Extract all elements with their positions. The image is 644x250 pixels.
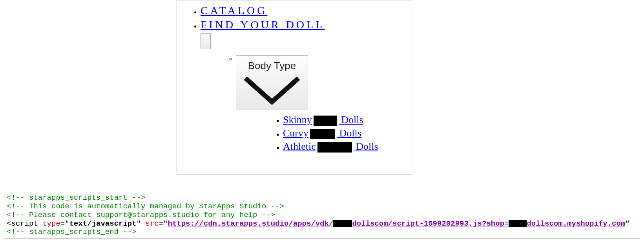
link-text-post: Dolls xyxy=(337,127,361,139)
link-text-pre: Curvy xyxy=(283,127,308,139)
list-item: Athletic Dolls xyxy=(283,141,412,153)
redacted-text xyxy=(333,220,352,227)
code-quote: " xyxy=(625,219,629,228)
body-type-link-curvy[interactable]: Curvy Dolls xyxy=(283,127,361,139)
nav-list-level2: Body Type Skinny Dolls xyxy=(201,55,412,153)
nav-link-catalog[interactable]: CATALOG xyxy=(201,4,267,17)
code-attr: src xyxy=(145,219,159,228)
body-type-dropdown-button[interactable]: Body Type xyxy=(236,55,308,110)
body-type-link-skinny[interactable]: Skinny Dolls xyxy=(283,114,363,125)
code-comment: <!-- Please contact support@starapps.stu… xyxy=(7,211,275,219)
code-url-part: https://cdn.starapps.studio/apps/vdk/ xyxy=(168,219,334,228)
body-type-label: Body Type xyxy=(248,60,296,72)
code-url-link[interactable]: https://cdn.starapps.studio/apps/vdk/dol… xyxy=(168,219,626,228)
code-value: text/javascript xyxy=(69,219,137,228)
code-url-part: dollscom.myshopify.com xyxy=(527,219,625,228)
submenu-toggle-button[interactable] xyxy=(201,33,211,49)
code-line: <script type="text/javascript" src="http… xyxy=(7,220,637,228)
nav-menu-fragment: CATALOG FIND YOUR DOLL Body Type xyxy=(177,0,412,175)
nav-link-find-your-doll[interactable]: FIND YOUR DOLL xyxy=(201,18,325,31)
nav-list-level3: Skinny Dolls Curvy Dolls Athletic Dolls xyxy=(236,114,412,153)
code-quote: " xyxy=(137,219,146,228)
redacted-text xyxy=(310,129,335,139)
link-text-pre: Skinny xyxy=(283,114,312,125)
code-comment: <!-- This code is automatically managed … xyxy=(7,202,284,211)
redacted-text xyxy=(317,142,352,153)
chevron-down-icon xyxy=(243,75,301,107)
link-text-post: Dolls xyxy=(354,141,378,152)
code-quote: =" xyxy=(159,219,168,228)
nav-list-level1: CATALOG FIND YOUR DOLL Body Type xyxy=(177,4,412,153)
code-line: <!-- starapps_scripts_start --> xyxy=(7,194,637,202)
code-url-part: dollscom/script-1599202993.js?shop= xyxy=(352,219,509,228)
redacted-text xyxy=(509,220,527,227)
nav-item-find-your-doll: FIND YOUR DOLL Body Type Skinny Dolls xyxy=(201,18,412,153)
code-line: <!-- This code is automatically managed … xyxy=(7,202,637,211)
nav-item-catalog: CATALOG xyxy=(201,4,412,17)
link-text-post: Dolls xyxy=(339,114,363,125)
code-line: <!-- Please contact support@starapps.stu… xyxy=(7,211,637,220)
code-tag: <script xyxy=(7,219,42,228)
list-item: Skinny Dolls xyxy=(283,114,412,126)
body-type-link-athletic[interactable]: Athletic Dolls xyxy=(283,141,378,152)
link-text-pre: Athletic xyxy=(283,141,316,152)
code-comment: <!-- starapps_scripts_end --> xyxy=(7,228,137,236)
code-quote: =" xyxy=(60,219,69,228)
code-comment: <!-- starapps_scripts_start --> xyxy=(7,193,145,202)
redacted-text xyxy=(314,116,337,126)
source-code-box: <!-- starapps_scripts_start --> <!-- Thi… xyxy=(4,192,640,239)
nav-item-body-type: Body Type Skinny Dolls xyxy=(236,55,412,153)
code-attr: type xyxy=(42,219,60,228)
code-line: <!-- starapps_scripts_end --> xyxy=(7,228,637,237)
list-item: Curvy Dolls xyxy=(283,127,412,139)
